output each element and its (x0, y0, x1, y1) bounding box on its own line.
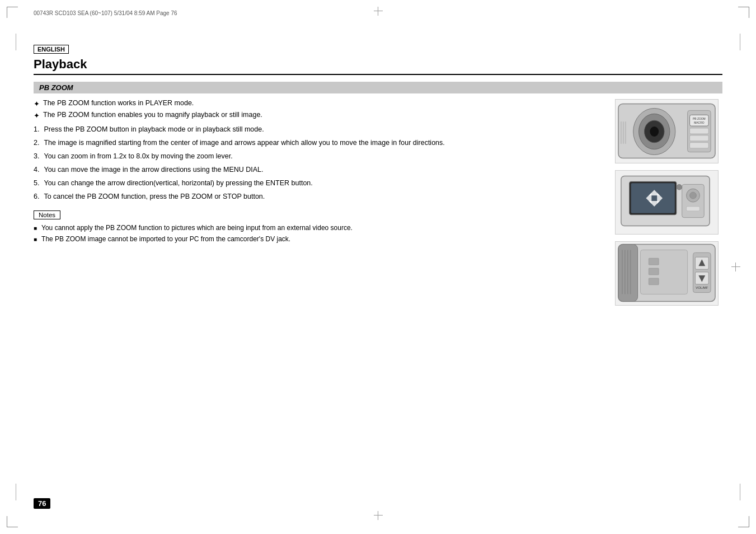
right-column: PB ZOOM MACRO (611, 99, 722, 306)
svg-point-4 (650, 127, 659, 137)
step-1-num: 1. (34, 125, 39, 133)
svg-rect-17 (631, 183, 674, 213)
svg-point-26 (676, 184, 682, 190)
intro-bullet-1: ✦ The PB ZOOM function works in PLAYER m… (34, 99, 599, 108)
step-4-num: 4. (34, 166, 39, 174)
step-4-text: You can move the image in the arrow dire… (44, 166, 263, 174)
svg-rect-42 (649, 278, 659, 285)
svg-rect-10 (689, 135, 708, 141)
device-svg-3: VOL/MF (616, 241, 718, 306)
step-3-num: 3. (34, 152, 39, 160)
notes-section: Notes You cannot apply the PB ZOOM funct… (34, 210, 599, 243)
page-title: Playback (34, 57, 722, 75)
crosshair-bottom (374, 511, 383, 520)
cross-icon-1: ✦ (34, 100, 40, 108)
device-image-1: PB ZOOM MACRO (615, 99, 719, 163)
page-container: ENGLISH Playback PB ZOOM ✦ The PB ZOOM f… (0, 0, 756, 534)
notes-badge: Notes (34, 210, 60, 219)
step-3: 3. You can zoom in from 1.2x to 8.0x by … (34, 152, 599, 160)
content-area: ✦ The PB ZOOM function works in PLAYER m… (34, 99, 722, 306)
device-image-3: VOL/MF (615, 241, 719, 306)
notes-list: You cannot apply the PB ZOOM function to… (34, 224, 599, 243)
step-5: 5. You can change the arrow direction(ve… (34, 179, 599, 187)
step-1: 1. Press the PB ZOOM button in playback … (34, 125, 599, 133)
svg-rect-25 (686, 207, 699, 211)
step-4: 4. You can move the image in the arrow d… (34, 166, 599, 174)
note-1: You cannot apply the PB ZOOM function to… (34, 224, 599, 232)
device-image-2 (615, 170, 719, 235)
svg-text:PB ZOOM: PB ZOOM (692, 118, 705, 120)
svg-text:MACRO: MACRO (694, 121, 705, 124)
svg-rect-11 (689, 143, 708, 148)
step-2-text: The image is magnified starting from the… (44, 139, 444, 147)
note-2-text: The PB ZOOM image cannot be imported to … (41, 235, 290, 243)
svg-rect-9 (689, 128, 708, 134)
cross-icon-2: ✦ (34, 111, 40, 120)
english-badge: ENGLISH (34, 45, 69, 54)
step-6: 6. To cancel the PB ZOOM function, press… (34, 193, 599, 200)
step-2: 2. The image is magnified starting from … (34, 139, 599, 147)
step-1-text: Press the PB ZOOM button in playback mod… (44, 125, 264, 133)
page-number: 76 (34, 498, 50, 509)
note-2: The PB ZOOM image cannot be imported to … (34, 235, 599, 243)
numbered-list: 1. Press the PB ZOOM button in playback … (34, 125, 599, 200)
step-3-text: You can zoom in from 1.2x to 8.0x by mov… (44, 152, 232, 160)
section-header: PB ZOOM (34, 82, 722, 93)
svg-point-24 (689, 192, 696, 199)
step-6-text: To cancel the PB ZOOM function, press th… (44, 193, 265, 200)
svg-rect-40 (649, 258, 659, 265)
intro-bullet-1-text: The PB ZOOM function works in PLAYER mod… (43, 99, 194, 107)
device-svg-1: PB ZOOM MACRO (616, 99, 718, 163)
step-5-text: You can change the arrow direction(verti… (44, 179, 312, 187)
svg-text:VOL/MF: VOL/MF (696, 286, 708, 289)
left-column: ✦ The PB ZOOM function works in PLAYER m… (34, 99, 599, 306)
svg-rect-41 (649, 268, 659, 275)
note-1-text: You cannot apply the PB ZOOM function to… (41, 224, 353, 232)
step-5-num: 5. (34, 179, 39, 187)
intro-bullet-2: ✦ The PB ZOOM function enables you to ma… (34, 111, 599, 120)
intro-bullet-2-text: The PB ZOOM function enables you to magn… (43, 111, 262, 119)
svg-rect-33 (640, 250, 687, 294)
step-6-num: 6. (34, 193, 39, 200)
device-svg-2 (616, 170, 718, 235)
step-2-num: 2. (34, 139, 39, 147)
